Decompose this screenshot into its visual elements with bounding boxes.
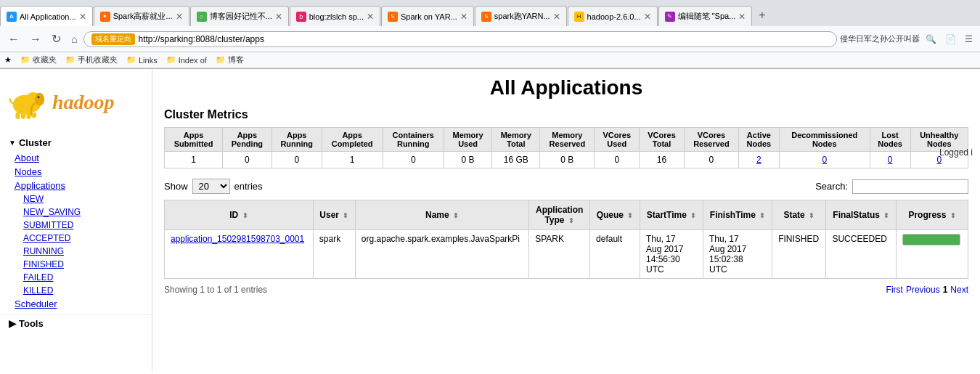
metrics-header-vcores-used: VCoresUsed <box>595 128 640 152</box>
sidebar-running-link[interactable]: RUNNING <box>0 245 152 258</box>
cluster-label: Cluster <box>19 137 52 148</box>
sidebar-accepted-link[interactable]: ACCEPTED <box>0 232 152 245</box>
finishtime-sort-icon[interactable]: ⇕ <box>759 212 765 219</box>
sidebar-failed-link[interactable]: FAILED <box>0 271 152 284</box>
progress-sort-icon[interactable]: ⇕ <box>950 212 956 219</box>
metrics-header-vcores-reserved: VCoresReserved <box>684 128 738 152</box>
bookmark-links[interactable]: Links <box>126 55 158 65</box>
pagination-first[interactable]: First <box>886 285 903 295</box>
metrics-header-apps-completed: AppsCompleted <box>322 128 383 152</box>
search-input[interactable] <box>852 179 968 194</box>
name-sort-icon[interactable]: ⇕ <box>453 212 459 219</box>
sidebar-applications-link[interactable]: Applications <box>0 179 152 192</box>
sidebar-cluster-section: ▼ Cluster About Nodes Applications NEW N… <box>0 134 152 311</box>
tab-label-blog-memory: 博客园好记性不... <box>210 11 272 22</box>
tools-header[interactable]: ▶ Tools <box>0 314 152 332</box>
user-sort-icon[interactable]: ⇕ <box>343 212 348 219</box>
nav-bar: ← → ↻ ⌂ 域名重定向 http://sparking:8088/clust… <box>0 26 980 52</box>
finalstatus-sort-icon[interactable]: ⇕ <box>883 212 889 219</box>
apps-header-user: User ⇕ <box>313 200 355 230</box>
apps-header-finishtime: FinishTime ⇕ <box>703 200 772 230</box>
app-id-link[interactable]: application_1502981598703_0001 <box>171 234 304 244</box>
bookmark-mobile[interactable]: 手机收藏夹 <box>65 54 118 65</box>
tab-spark-job[interactable]: ✦ Spark高薪就业... ✕ <box>94 6 189 26</box>
address-bar[interactable]: 域名重定向 http://sparking:8088/cluster/apps <box>83 31 837 47</box>
decommissioned-nodes-link[interactable]: 0 <box>822 155 827 165</box>
metrics-val-apps-completed: 1 <box>322 152 383 168</box>
state-sort-icon[interactable]: ⇕ <box>809 212 814 219</box>
new-tab-button[interactable]: + <box>753 6 771 25</box>
tab-label-all-apps: All Application... <box>20 12 76 21</box>
tab-close-spark-yarn2[interactable]: ✕ <box>553 12 560 22</box>
tab-close-blog-spark[interactable]: ✕ <box>367 12 374 22</box>
page-title: All Applications <box>164 76 968 99</box>
entries-select[interactable]: 20 50 100 <box>192 179 230 194</box>
pagination-current: 1 <box>943 285 948 295</box>
tab-close-all-apps[interactable]: ✕ <box>79 12 86 22</box>
bookmark-blog[interactable]: 博客 <box>216 54 244 65</box>
bookmark-indexof[interactable]: Index of <box>166 55 207 65</box>
bookmark-favorites[interactable]: 收藏夹 <box>20 54 57 65</box>
sidebar-finished-link[interactable]: FINISHED <box>0 258 152 271</box>
active-nodes-link[interactable]: 2 <box>756 155 761 165</box>
tab-favicon-hadoop: H <box>574 12 584 22</box>
metrics-header-apps-running: AppsRunning <box>271 128 322 152</box>
tab-close-spark-yarn[interactable]: ✕ <box>460 12 467 22</box>
pagination-previous[interactable]: Previous <box>906 285 940 295</box>
tab-edit[interactable]: ✎ 编辑随笔 "Spa... ✕ <box>658 6 753 26</box>
tab-all-apps[interactable]: A All Application... ✕ <box>0 6 93 26</box>
tab-blog-spark[interactable]: b blog:zlslch sp... ✕ <box>290 6 380 26</box>
starttime-sort-icon[interactable]: ⇕ <box>690 212 696 219</box>
tab-label-hadoop: hadoop-2.6.0... <box>587 12 641 21</box>
tab-close-edit[interactable]: ✕ <box>738 12 746 22</box>
tab-close-blog[interactable]: ✕ <box>275 12 282 22</box>
search-box: Search: <box>815 179 968 194</box>
home-button[interactable]: ⌂ <box>68 32 81 46</box>
nav-search-button[interactable]: 🔍 <box>923 33 939 46</box>
queue-sort-icon[interactable]: ⇕ <box>627 212 633 219</box>
type-sort-icon[interactable]: ⇕ <box>568 217 574 224</box>
sidebar-scheduler-link[interactable]: Scheduler <box>0 297 152 311</box>
tab-spark-yarn2[interactable]: S spark跑YARN... ✕ <box>475 6 567 26</box>
tab-favicon-all-apps: A <box>7 12 17 22</box>
tab-spark-yarn[interactable]: S Spark on YAR... ✕ <box>381 6 474 26</box>
cluster-header[interactable]: ▼ Cluster <box>0 134 152 151</box>
reload-button[interactable]: ↻ <box>48 31 65 47</box>
sidebar-about-link[interactable]: About <box>0 151 152 165</box>
sidebar-nodes-link[interactable]: Nodes <box>0 165 152 179</box>
forward-button[interactable]: → <box>26 31 45 47</box>
id-sort-icon[interactable]: ⇕ <box>242 212 248 219</box>
sidebar-new-link[interactable]: NEW <box>0 192 152 206</box>
bookmarks-bar: ★ 收藏夹 手机收藏夹 Links Index of 博客 <box>0 52 980 68</box>
svg-point-3 <box>35 93 45 106</box>
show-label: Show <box>164 181 188 192</box>
metrics-val-active-nodes: 2 <box>738 152 779 168</box>
metrics-header-apps-pending: AppsPending <box>223 128 272 152</box>
nav-right: 侵华日军之孙公开叫嚣 <box>840 33 920 44</box>
apps-header-id: ID ⇕ <box>165 200 314 230</box>
progress-bar-container <box>902 234 960 245</box>
sidebar-new-saving-link[interactable]: NEW_SAVING <box>0 206 152 219</box>
apps-header-type: ApplicationType ⇕ <box>529 200 590 230</box>
sidebar-killed-link[interactable]: KILLED <box>0 284 152 297</box>
tab-label-edit: 编辑随笔 "Spa... <box>678 11 736 22</box>
tab-close-spark-job[interactable]: ✕ <box>176 12 183 22</box>
tab-close-hadoop[interactable]: ✕ <box>644 12 651 22</box>
nav-settings-button[interactable]: ☰ <box>962 33 976 46</box>
pagination-next[interactable]: Next <box>950 285 968 295</box>
nav-reader-button[interactable]: 📄 <box>942 33 959 46</box>
svg-rect-7 <box>27 113 31 119</box>
sidebar: hadoop ▼ Cluster About Nodes Application… <box>0 69 152 372</box>
tab-favicon-edit: ✎ <box>665 12 675 22</box>
logged-in-text: Logged i <box>939 147 973 158</box>
metrics-header-lost-nodes: LostNodes <box>870 128 910 152</box>
app-type-cell: SPARK <box>529 230 590 279</box>
back-button[interactable]: ← <box>4 31 23 47</box>
tab-hadoop[interactable]: H hadoop-2.6.0... ✕ <box>568 6 658 26</box>
sidebar-submitted-link[interactable]: SUBMITTED <box>0 219 152 232</box>
cluster-arrow-icon: ▼ <box>9 139 16 147</box>
app-id-cell: application_1502981598703_0001 <box>165 230 314 279</box>
lost-nodes-link[interactable]: 0 <box>888 155 893 165</box>
tab-blog-memory[interactable]: ○ 博客园好记性不... ✕ <box>190 6 289 26</box>
tab-favicon-spark-yarn: S <box>388 12 398 22</box>
